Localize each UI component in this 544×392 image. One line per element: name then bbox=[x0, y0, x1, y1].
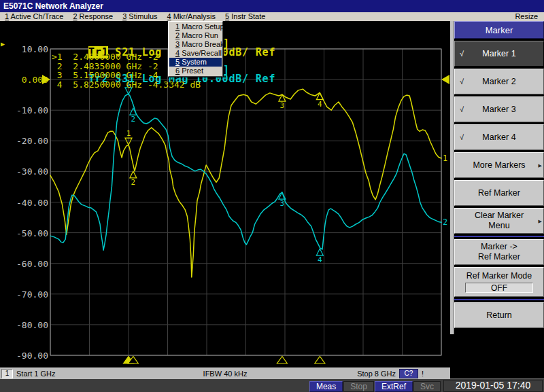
softkey-return[interactable]: Return bbox=[454, 302, 544, 328]
softkey-label: Ref Marker Mode bbox=[466, 271, 532, 281]
softkey-list: √Marker 1√Marker 2√Marker 3√Marker 4More… bbox=[454, 41, 544, 328]
menubar-item-mkr-analysis[interactable]: 4 Mkr/Analysis bbox=[163, 12, 221, 20]
marker-number: 4 bbox=[318, 255, 322, 264]
softkey-marker-4[interactable]: √Marker 4 bbox=[454, 124, 544, 150]
checkmark-icon: √ bbox=[460, 132, 464, 143]
softkey-marker-1[interactable]: √Marker 1 bbox=[454, 41, 544, 67]
softkey-label: Clear Marker Menu bbox=[475, 211, 524, 231]
menu-items: 1 Active Ch/Trace2 Response3 Stimulus4 M… bbox=[0, 12, 270, 21]
softkey-label: Marker 1 bbox=[482, 49, 515, 59]
softkey-marker-ref-marker[interactable]: Marker -> Ref Marker bbox=[454, 239, 544, 265]
softkey-menu-title: Marker bbox=[454, 21, 544, 39]
softkey-buttons: Marker √Marker 1√Marker 2√Marker 3√Marke… bbox=[454, 21, 544, 378]
checkmark-icon: √ bbox=[460, 105, 464, 115]
y-axis-label: -30.00 bbox=[0, 167, 48, 176]
checkmark-icon: √ bbox=[460, 49, 464, 59]
y-axis-label: -40.00 bbox=[0, 198, 48, 207]
title-bar: E5071C Network Analyzer bbox=[0, 0, 544, 12]
menubar-item-active-ch-trace[interactable]: 1 Active Ch/Trace bbox=[0, 12, 68, 20]
softkey-label: Marker 2 bbox=[482, 77, 515, 87]
main-area: 1211223344 ▶Tr1 S21 Log Mag 10.00dB/ Ref… bbox=[0, 21, 544, 378]
menubar-item-instr-state[interactable]: 5 Instr State bbox=[220, 12, 270, 20]
checkmark-icon: √ bbox=[460, 77, 464, 87]
indicator-stop: Stop bbox=[343, 381, 374, 392]
stop-frequency-label: Stop 8 GHz bbox=[357, 369, 396, 378]
y-axis-label: -10.00 bbox=[0, 106, 48, 115]
softkey-label: More Markers bbox=[473, 160, 525, 171]
graph-column: 1211223344 ▶Tr1 S21 Log Mag 10.00dB/ Ref… bbox=[0, 21, 450, 378]
softkey-ref-marker[interactable]: Ref Marker bbox=[454, 180, 544, 206]
menu-item-save-recall[interactable]: 4 Save/Recall bbox=[169, 49, 222, 58]
instr-state-dropdown-menu: 1 Macro Setup2 Macro Run3 Macro Break4 S… bbox=[168, 21, 223, 77]
y-axis-label: 10.00 bbox=[0, 45, 48, 54]
marker-readout-row: 4 5.8250000 GHz -4.3342 dB bbox=[52, 80, 201, 90]
softkey-label: Marker 4 bbox=[482, 132, 515, 143]
softkey-sidebar: Marker √Marker 1√Marker 2√Marker 3√Marke… bbox=[450, 21, 544, 378]
submenu-arrow-icon: ▶ bbox=[539, 216, 542, 226]
marker-triangle-icon[interactable] bbox=[130, 171, 137, 178]
submenu-arrow-icon: ▶ bbox=[539, 160, 542, 171]
trace-end-label: 2 bbox=[443, 217, 447, 227]
alert-mark: ! bbox=[422, 369, 424, 378]
menu-bar: 1 Active Ch/Trace2 Response3 Stimulus4 M… bbox=[0, 12, 544, 21]
app-window: E5071C Network Analyzer 1 Active Ch/Trac… bbox=[0, 0, 544, 392]
y-axis-label: -20.00 bbox=[0, 137, 48, 145]
softkey-separator bbox=[454, 236, 544, 237]
marker-number: 1 bbox=[126, 129, 131, 138]
resize-button[interactable]: Resize bbox=[509, 12, 544, 21]
softkey-marker-3[interactable]: √Marker 3 bbox=[454, 96, 544, 122]
menu-item-system[interactable]: 5 System bbox=[169, 58, 222, 67]
indicator-meas: Meas bbox=[309, 381, 343, 392]
menubar-item-stimulus[interactable]: 3 Stimulus bbox=[118, 12, 162, 20]
stimulus-marker-triangle[interactable] bbox=[315, 357, 325, 364]
menu-spacer bbox=[270, 12, 509, 21]
stimulus-marker-triangle[interactable] bbox=[277, 357, 287, 364]
indicator-svc: Svc bbox=[413, 381, 441, 392]
status-indicators: MeasStopExtRefSvc bbox=[309, 380, 441, 392]
instrument-status-bar: MeasStopExtRefSvc 2019-01-05 17:40 bbox=[0, 378, 544, 392]
marker-number: 3 bbox=[280, 101, 285, 110]
softkey-marker-2[interactable]: √Marker 2 bbox=[454, 69, 544, 94]
menu-item-macro-break[interactable]: 3 Macro Break bbox=[169, 40, 222, 49]
marker-number: 2 bbox=[131, 115, 136, 124]
y-axis-label: -70.00 bbox=[0, 290, 48, 299]
marker-number: 2 bbox=[131, 178, 136, 187]
trace-end-label: 1 bbox=[443, 154, 447, 163]
y-axis-label: -50.00 bbox=[0, 229, 48, 238]
softkey-label: Marker 3 bbox=[482, 105, 515, 115]
ref-level-arrow-right-icon bbox=[441, 75, 449, 84]
plot-area: 1211223344 ▶Tr1 S21 Log Mag 10.00dB/ Ref… bbox=[0, 21, 450, 368]
softkey-label: Ref Marker bbox=[478, 188, 520, 198]
menubar-item-response[interactable]: 2 Response bbox=[68, 12, 118, 20]
marker-number: 4 bbox=[318, 100, 322, 109]
y-axis-label: 0.000 bbox=[0, 75, 48, 84]
y-axis-label: -80.00 bbox=[0, 321, 48, 329]
channel-status-strip: 1 Start 1 GHz IFBW 40 kHz Stop 8 GHz C? … bbox=[0, 368, 450, 379]
trace2-bracket: ] bbox=[223, 66, 230, 75]
y-axis-label: -60.00 bbox=[0, 260, 48, 268]
correction-status-badge: C? bbox=[399, 369, 418, 378]
softkey-label: Marker -> Ref Marker bbox=[478, 242, 520, 262]
softkey-clear-marker-menu[interactable]: Clear Marker Menu▶ bbox=[454, 208, 544, 234]
softkey-value-box: OFF bbox=[465, 283, 533, 293]
window-title: E5071C Network Analyzer bbox=[3, 1, 103, 11]
softkey-separator bbox=[454, 299, 544, 300]
clock: 2019-01-05 17:40 bbox=[443, 380, 543, 392]
y-axis-label: -90.00 bbox=[0, 351, 48, 360]
softkey-label: Return bbox=[486, 310, 512, 321]
menu-item-macro-run[interactable]: 2 Macro Run bbox=[169, 31, 222, 40]
marker-number: 3 bbox=[280, 199, 285, 208]
menu-item-preset[interactable]: 6 Preset bbox=[169, 67, 222, 75]
menu-item-macro-setup[interactable]: 1 Macro Setup bbox=[169, 22, 222, 31]
softkey-more-markers[interactable]: More Markers▶ bbox=[454, 152, 544, 178]
indicator-extref: ExtRef bbox=[375, 381, 413, 392]
softkey-ref-marker-mode[interactable]: Ref Marker ModeOFF bbox=[454, 267, 544, 297]
